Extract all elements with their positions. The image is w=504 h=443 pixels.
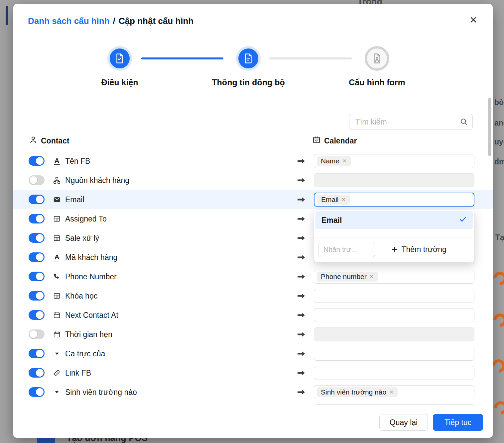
mapping-row: Thời gian hẹn: [13, 325, 493, 344]
field-label: Sale xử lý: [65, 234, 99, 243]
map-arrow-icon: [297, 273, 306, 280]
remove-tag-icon[interactable]: ✕: [389, 389, 394, 395]
field-tag-label: Phone number: [321, 273, 367, 281]
page-title: Cập nhật cấu hình: [119, 16, 193, 26]
search-button[interactable]: [455, 114, 473, 130]
search-input[interactable]: [349, 114, 455, 130]
target-field-select[interactable]: Name✕: [314, 154, 474, 168]
field-label: Sinh viên trường nào: [65, 388, 137, 397]
row-toggle[interactable]: [29, 175, 45, 185]
text-field-icon: A: [53, 253, 61, 262]
remove-tag-icon[interactable]: ✕: [342, 197, 346, 203]
target-field-select[interactable]: Sinh viên trường nào✕: [314, 385, 474, 399]
text-field-icon: A: [53, 157, 61, 165]
person-icon: [29, 136, 37, 146]
row-toggle[interactable]: [29, 329, 45, 339]
phone-icon: [53, 272, 61, 281]
toggle-knob: [36, 273, 44, 280]
field-tag: Phone number✕: [317, 272, 378, 282]
field-label: Link FB: [65, 369, 91, 378]
background-text-fragment: Tạ: [495, 233, 504, 242]
toggle-knob: [36, 388, 44, 396]
field-tag-label: Sinh viên trường nào: [321, 388, 386, 396]
map-arrow-icon: [297, 350, 306, 357]
mapping-row: [13, 402, 493, 406]
calendar-field-icon: [53, 330, 61, 339]
scrollbar-thumb[interactable]: [488, 98, 491, 156]
mapping-row: Link FB: [13, 363, 493, 383]
row-toggle[interactable]: [29, 387, 45, 397]
breadcrumb: Danh sách cấu hình / Cập nhật cấu hình: [28, 16, 193, 26]
close-icon[interactable]: ✕: [469, 15, 477, 25]
add-field-button[interactable]: + Thêm trường: [392, 244, 446, 254]
calendar-column-header: Calendar: [313, 136, 357, 146]
target-field-select[interactable]: [314, 308, 474, 322]
target-field-select[interactable]: [314, 347, 474, 361]
continue-button[interactable]: Tiếp tục: [433, 414, 483, 431]
target-field-select[interactable]: Phone number✕: [314, 270, 474, 284]
map-arrow-icon: [297, 196, 306, 203]
mapping-row: Khóa học: [13, 286, 493, 306]
toggle-knob: [36, 234, 44, 242]
table-field-icon: [53, 215, 61, 223]
row-toggle[interactable]: [29, 195, 45, 204]
modal-header: Danh sách cấu hình / Cập nhật cấu hình ✕: [13, 4, 493, 38]
map-arrow-icon: [297, 331, 306, 338]
row-toggle[interactable]: [29, 252, 45, 262]
field-label: Next Contact At: [65, 311, 118, 320]
target-field-select[interactable]: Email✕: [314, 193, 474, 207]
field-label: Assigned To: [65, 215, 107, 223]
field-label: Thời gian hẹn: [65, 330, 112, 339]
step-form-config-icon[interactable]: [365, 46, 389, 71]
breadcrumb-separator: /: [113, 16, 115, 26]
target-field-select[interactable]: [314, 173, 474, 187]
add-field-label: Thêm trường: [402, 245, 446, 254]
new-field-label-input[interactable]: [318, 242, 375, 257]
calendar-check-icon: [313, 136, 320, 146]
row-toggle[interactable]: [29, 233, 45, 243]
dropdown-option-email[interactable]: Email: [315, 211, 473, 229]
step-label: Điều kiện: [66, 78, 173, 87]
row-toggle[interactable]: [29, 214, 45, 223]
email-icon: [53, 195, 61, 204]
calendar-field-dropdown: Email + Thêm trường: [314, 210, 474, 262]
step-condition-icon[interactable]: [107, 46, 132, 71]
step-connector-done: [141, 57, 223, 59]
field-label: Tên FB: [65, 157, 90, 166]
target-field-select[interactable]: [314, 327, 474, 341]
row-toggle[interactable]: [29, 310, 45, 320]
table-field-icon: [53, 234, 61, 242]
modal-footer: Quay lại Tiếp tục: [13, 406, 493, 438]
mapping-row: Next Contact At: [13, 306, 493, 325]
map-arrow-icon: [297, 177, 306, 184]
dropdown-field-icon: [53, 349, 61, 358]
toggle-knob: [36, 292, 44, 300]
row-toggle[interactable]: [29, 291, 45, 301]
step-label: Cấu hình form: [324, 78, 430, 87]
row-toggle[interactable]: [29, 368, 45, 378]
contact-column-header: Contact: [29, 136, 69, 146]
target-field-select[interactable]: [314, 366, 474, 380]
back-button[interactable]: Quay lại: [379, 414, 428, 431]
dropdown-option-label: Email: [321, 216, 342, 225]
mapping-row: ATên FBName✕: [13, 151, 493, 171]
map-arrow-icon: [297, 312, 306, 318]
search-group: [349, 114, 473, 130]
link-icon: [53, 369, 61, 377]
field-label: Mã khách hàng: [65, 253, 117, 262]
row-toggle[interactable]: [29, 272, 45, 281]
map-arrow-icon: [297, 389, 306, 396]
remove-tag-icon[interactable]: ✕: [342, 158, 347, 164]
row-toggle[interactable]: [29, 156, 45, 166]
field-tag: Name✕: [317, 156, 351, 166]
field-tag: Email✕: [317, 195, 350, 205]
breadcrumb-parent-link[interactable]: Danh sách cấu hình: [28, 16, 110, 26]
row-toggle[interactable]: [29, 349, 45, 358]
field-tag-label: Email: [321, 196, 339, 204]
remove-tag-icon[interactable]: ✕: [370, 274, 374, 280]
wizard-stepper: Điều kiện Thông tin đồng bộ Cấu hình for…: [13, 38, 493, 97]
toggle-knob: [36, 253, 44, 261]
target-field-select[interactable]: [314, 289, 474, 303]
step-sync-info-icon[interactable]: [236, 46, 261, 71]
map-arrow-icon: [297, 370, 306, 376]
